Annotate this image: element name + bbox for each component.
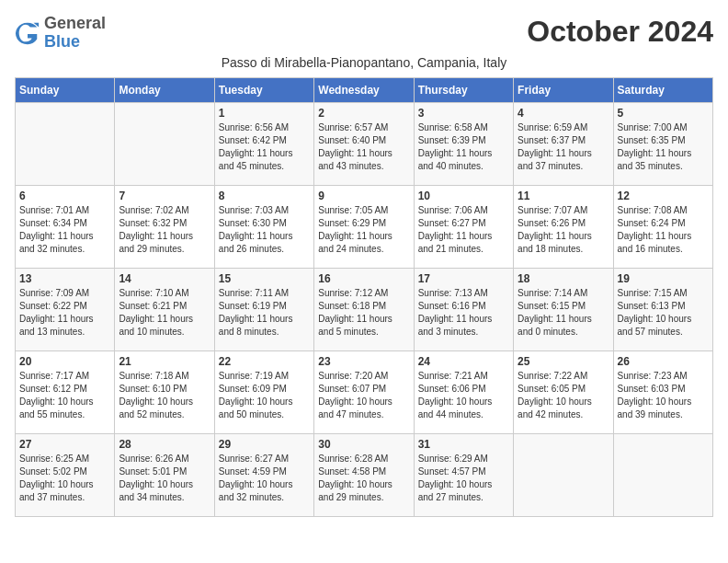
calendar-week-4: 20Sunrise: 7:17 AM Sunset: 6:12 PM Dayli… xyxy=(16,350,713,433)
calendar-cell: 29Sunrise: 6:27 AM Sunset: 4:59 PM Dayli… xyxy=(214,433,313,516)
day-number: 7 xyxy=(119,190,210,202)
day-info: Sunrise: 7:11 AM Sunset: 6:19 PM Dayligh… xyxy=(219,287,310,339)
day-info: Sunrise: 7:01 AM Sunset: 6:34 PM Dayligh… xyxy=(19,204,110,256)
day-info: Sunrise: 6:57 AM Sunset: 6:40 PM Dayligh… xyxy=(318,121,409,173)
calendar-week-2: 6Sunrise: 7:01 AM Sunset: 6:34 PM Daylig… xyxy=(16,185,713,268)
calendar-cell xyxy=(16,102,115,185)
weekday-header-wednesday: Wednesday xyxy=(314,77,414,102)
calendar-cell: 14Sunrise: 7:10 AM Sunset: 6:21 PM Dayli… xyxy=(115,268,214,350)
location-subtitle: Passo di Mirabella-Pianopantano, Campani… xyxy=(15,55,713,70)
day-info: Sunrise: 7:08 AM Sunset: 6:24 PM Dayligh… xyxy=(618,204,709,256)
day-info: Sunrise: 6:59 AM Sunset: 6:37 PM Dayligh… xyxy=(518,121,609,173)
calendar-cell: 30Sunrise: 6:28 AM Sunset: 4:58 PM Dayli… xyxy=(314,433,414,516)
calendar-cell: 12Sunrise: 7:08 AM Sunset: 6:24 PM Dayli… xyxy=(613,185,712,268)
calendar-cell: 18Sunrise: 7:14 AM Sunset: 6:15 PM Dayli… xyxy=(514,268,613,350)
calendar-cell: 10Sunrise: 7:06 AM Sunset: 6:27 PM Dayli… xyxy=(414,185,513,268)
day-info: Sunrise: 7:17 AM Sunset: 6:12 PM Dayligh… xyxy=(19,370,110,421)
calendar-cell: 13Sunrise: 7:09 AM Sunset: 6:22 PM Dayli… xyxy=(16,268,115,350)
logo-icon xyxy=(15,20,40,46)
day-number: 11 xyxy=(518,190,609,202)
day-number: 27 xyxy=(19,438,110,451)
weekday-header-tuesday: Tuesday xyxy=(214,77,313,102)
calendar-cell: 16Sunrise: 7:12 AM Sunset: 6:18 PM Dayli… xyxy=(314,268,414,350)
calendar-cell: 11Sunrise: 7:07 AM Sunset: 6:26 PM Dayli… xyxy=(514,185,613,268)
day-info: Sunrise: 7:13 AM Sunset: 6:16 PM Dayligh… xyxy=(418,287,509,339)
day-info: Sunrise: 7:23 AM Sunset: 6:03 PM Dayligh… xyxy=(618,370,709,421)
page-header: General Blue October 2024 xyxy=(15,15,713,52)
day-number: 29 xyxy=(219,438,310,451)
day-info: Sunrise: 6:26 AM Sunset: 5:01 PM Dayligh… xyxy=(119,453,210,504)
weekday-header-saturday: Saturday xyxy=(613,77,712,102)
weekday-header-thursday: Thursday xyxy=(414,77,513,102)
calendar-cell: 25Sunrise: 7:22 AM Sunset: 6:05 PM Dayli… xyxy=(514,350,613,433)
day-number: 1 xyxy=(219,107,310,120)
calendar-cell: 26Sunrise: 7:23 AM Sunset: 6:03 PM Dayli… xyxy=(613,350,712,433)
calendar-cell: 27Sunrise: 6:25 AM Sunset: 5:02 PM Dayli… xyxy=(16,433,115,516)
calendar-cell: 5Sunrise: 7:00 AM Sunset: 6:35 PM Daylig… xyxy=(613,102,712,185)
day-number: 4 xyxy=(518,107,609,120)
day-info: Sunrise: 7:10 AM Sunset: 6:21 PM Dayligh… xyxy=(119,287,210,339)
calendar-cell: 21Sunrise: 7:18 AM Sunset: 6:10 PM Dayli… xyxy=(115,350,214,433)
calendar-cell: 17Sunrise: 7:13 AM Sunset: 6:16 PM Dayli… xyxy=(414,268,513,350)
day-number: 31 xyxy=(418,438,509,451)
day-number: 20 xyxy=(19,355,110,368)
calendar-week-1: 1Sunrise: 6:56 AM Sunset: 6:42 PM Daylig… xyxy=(16,102,713,185)
day-number: 28 xyxy=(119,438,210,451)
day-info: Sunrise: 7:14 AM Sunset: 6:15 PM Dayligh… xyxy=(518,287,609,339)
day-info: Sunrise: 7:06 AM Sunset: 6:27 PM Dayligh… xyxy=(418,204,509,256)
day-number: 24 xyxy=(418,355,509,368)
day-info: Sunrise: 7:03 AM Sunset: 6:30 PM Dayligh… xyxy=(219,204,310,256)
day-number: 6 xyxy=(19,190,110,202)
calendar-cell: 24Sunrise: 7:21 AM Sunset: 6:06 PM Dayli… xyxy=(414,350,513,433)
day-number: 2 xyxy=(318,107,409,120)
day-info: Sunrise: 6:28 AM Sunset: 4:58 PM Dayligh… xyxy=(318,453,409,504)
weekday-header-sunday: Sunday xyxy=(16,77,115,102)
day-info: Sunrise: 7:18 AM Sunset: 6:10 PM Dayligh… xyxy=(119,370,210,421)
calendar-cell: 31Sunrise: 6:29 AM Sunset: 4:57 PM Dayli… xyxy=(414,433,513,516)
day-number: 5 xyxy=(618,107,709,120)
day-info: Sunrise: 7:15 AM Sunset: 6:13 PM Dayligh… xyxy=(618,287,709,339)
day-info: Sunrise: 7:00 AM Sunset: 6:35 PM Dayligh… xyxy=(618,121,709,173)
calendar-cell: 3Sunrise: 6:58 AM Sunset: 6:39 PM Daylig… xyxy=(414,102,513,185)
day-info: Sunrise: 6:58 AM Sunset: 6:39 PM Dayligh… xyxy=(418,121,509,173)
day-number: 23 xyxy=(318,355,409,368)
calendar-week-3: 13Sunrise: 7:09 AM Sunset: 6:22 PM Dayli… xyxy=(16,268,713,350)
calendar-week-5: 27Sunrise: 6:25 AM Sunset: 5:02 PM Dayli… xyxy=(16,433,713,516)
calendar-cell: 9Sunrise: 7:05 AM Sunset: 6:29 PM Daylig… xyxy=(314,185,414,268)
day-number: 10 xyxy=(418,190,509,202)
day-number: 21 xyxy=(119,355,210,368)
day-info: Sunrise: 6:29 AM Sunset: 4:57 PM Dayligh… xyxy=(418,453,509,504)
weekday-header-row: SundayMondayTuesdayWednesdayThursdayFrid… xyxy=(16,77,713,102)
day-number: 19 xyxy=(618,272,709,285)
day-info: Sunrise: 7:02 AM Sunset: 6:32 PM Dayligh… xyxy=(119,204,210,256)
calendar-cell: 8Sunrise: 7:03 AM Sunset: 6:30 PM Daylig… xyxy=(214,185,313,268)
calendar-cell xyxy=(613,433,712,516)
day-info: Sunrise: 7:05 AM Sunset: 6:29 PM Dayligh… xyxy=(318,204,409,256)
day-info: Sunrise: 6:56 AM Sunset: 6:42 PM Dayligh… xyxy=(219,121,310,173)
day-info: Sunrise: 7:20 AM Sunset: 6:07 PM Dayligh… xyxy=(318,370,409,421)
day-info: Sunrise: 7:07 AM Sunset: 6:26 PM Dayligh… xyxy=(518,204,609,256)
calendar-cell: 22Sunrise: 7:19 AM Sunset: 6:09 PM Dayli… xyxy=(214,350,313,433)
day-info: Sunrise: 7:22 AM Sunset: 6:05 PM Dayligh… xyxy=(518,370,609,421)
calendar-cell: 15Sunrise: 7:11 AM Sunset: 6:19 PM Dayli… xyxy=(214,268,313,350)
calendar-cell: 7Sunrise: 7:02 AM Sunset: 6:32 PM Daylig… xyxy=(115,185,214,268)
day-number: 8 xyxy=(219,190,310,202)
calendar-cell: 6Sunrise: 7:01 AM Sunset: 6:34 PM Daylig… xyxy=(16,185,115,268)
calendar-cell: 2Sunrise: 6:57 AM Sunset: 6:40 PM Daylig… xyxy=(314,102,414,185)
day-number: 9 xyxy=(318,190,409,202)
month-title: October 2024 xyxy=(527,15,713,49)
day-number: 22 xyxy=(219,355,310,368)
day-number: 14 xyxy=(119,272,210,285)
calendar-cell xyxy=(514,433,613,516)
day-number: 3 xyxy=(418,107,509,120)
weekday-header-friday: Friday xyxy=(514,77,613,102)
calendar-cell: 23Sunrise: 7:20 AM Sunset: 6:07 PM Dayli… xyxy=(314,350,414,433)
weekday-header-monday: Monday xyxy=(115,77,214,102)
day-number: 17 xyxy=(418,272,509,285)
logo: General Blue xyxy=(15,15,106,52)
day-info: Sunrise: 7:19 AM Sunset: 6:09 PM Dayligh… xyxy=(219,370,310,421)
calendar-table: SundayMondayTuesdayWednesdayThursdayFrid… xyxy=(15,77,713,517)
day-info: Sunrise: 7:21 AM Sunset: 6:06 PM Dayligh… xyxy=(418,370,509,421)
day-info: Sunrise: 7:12 AM Sunset: 6:18 PM Dayligh… xyxy=(318,287,409,339)
calendar-cell: 20Sunrise: 7:17 AM Sunset: 6:12 PM Dayli… xyxy=(16,350,115,433)
